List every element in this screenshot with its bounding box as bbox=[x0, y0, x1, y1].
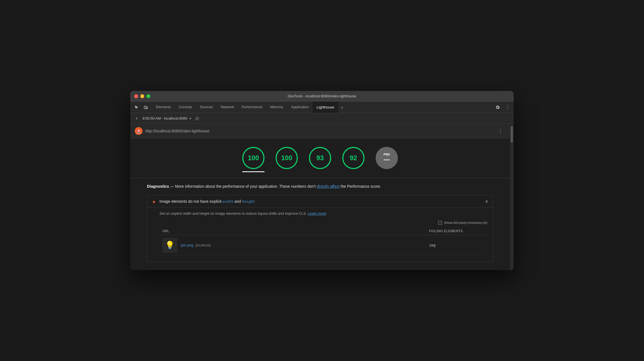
tab-bar-right-icons: ⋮ bbox=[494, 103, 511, 111]
main-area: 🚨 http://localhost:8080/index-lighthouse… bbox=[130, 124, 514, 270]
audit-code-width: width bbox=[223, 199, 233, 204]
failing-element-tag: img bbox=[429, 243, 435, 247]
stop-reload-button[interactable]: ⊘ bbox=[193, 115, 201, 122]
score-seo-circle: 92 bbox=[342, 147, 365, 169]
audit-description: Set an explicit width and height on imag… bbox=[159, 211, 487, 216]
score-seo[interactable]: 92 bbox=[342, 147, 365, 172]
score-pwa-circle: PWA — bbox=[376, 147, 398, 169]
svg-rect-1 bbox=[146, 107, 148, 109]
more-tabs-button[interactable]: » bbox=[338, 105, 346, 110]
score-accessibility-circle: 100 bbox=[276, 147, 298, 169]
content-area: 100 100 93 bbox=[130, 139, 510, 270]
audit-item-body: Set an explicit width and height on imag… bbox=[147, 207, 493, 261]
audit-table: URL Failing Elements 💡 bbox=[159, 228, 487, 256]
diagnostics-title-text: Diagnostics bbox=[147, 184, 169, 189]
tab-lighthouse[interactable]: Lighthouse bbox=[313, 102, 338, 113]
audit-item-title: Image elements do not have explicit widt… bbox=[159, 199, 482, 204]
score-pwa-dash: — bbox=[384, 156, 390, 163]
score-seo-value: 92 bbox=[350, 154, 357, 162]
main-content: 🚨 http://localhost:8080/index-lighthouse… bbox=[130, 124, 510, 270]
close-button[interactable] bbox=[134, 94, 138, 98]
svg-rect-0 bbox=[144, 106, 146, 109]
more-options-icon[interactable]: ⋮ bbox=[504, 103, 511, 111]
third-party-label: Show 3rd-party resources (0) bbox=[444, 221, 487, 225]
audit-item-header[interactable]: ▲ Image elements do not have explicit wi… bbox=[147, 195, 493, 207]
score-active-underline bbox=[242, 171, 264, 172]
table-row: 💡 /pic.png (localhost) img bbox=[159, 235, 487, 256]
scrollbar-track[interactable] bbox=[510, 124, 514, 270]
tab-sources[interactable]: Sources bbox=[196, 102, 217, 113]
resource-url-link[interactable]: /pic.png bbox=[181, 243, 193, 247]
settings-icon[interactable] bbox=[494, 103, 501, 111]
fullscreen-button[interactable] bbox=[146, 94, 150, 98]
title-bar: DevTools - localhost:8080/index-lighthou… bbox=[130, 91, 514, 102]
image-thumbnail: 💡 bbox=[162, 238, 177, 253]
add-tab-button[interactable]: + bbox=[133, 115, 140, 122]
scores-row: 100 100 93 bbox=[130, 139, 510, 178]
table-header-url: URL bbox=[162, 229, 429, 233]
tab-elements[interactable]: Elements bbox=[152, 102, 175, 113]
score-pwa[interactable]: PWA — bbox=[376, 147, 398, 172]
third-party-checkbox[interactable] bbox=[438, 221, 442, 225]
address-timestamp: 8:00:50 AM - localhost:8080 bbox=[143, 116, 187, 120]
device-toggle-icon[interactable] bbox=[142, 103, 150, 111]
tab-memory[interactable]: Memory bbox=[266, 102, 287, 113]
score-best-practices[interactable]: 93 bbox=[309, 147, 331, 172]
audit-item-image-size: ▲ Image elements do not have explicit wi… bbox=[147, 195, 493, 262]
traffic-lights bbox=[134, 94, 150, 98]
lighthouse-more-button[interactable]: ⋮ bbox=[495, 127, 505, 135]
score-best-practices-circle: 93 bbox=[309, 147, 331, 169]
address-bar: + 8:00:50 AM - localhost:8080 ▾ ⊘ bbox=[130, 113, 514, 124]
lighthouse-logo-icon: 🚨 bbox=[135, 127, 143, 135]
lighthouse-url-header: 🚨 http://localhost:8080/index-lighthouse… bbox=[130, 124, 510, 139]
tab-network[interactable]: Network bbox=[217, 102, 238, 113]
tab-console[interactable]: Console bbox=[175, 102, 196, 113]
tab-performance[interactable]: Performance bbox=[238, 102, 266, 113]
third-party-toggle[interactable]: Show 3rd-party resources (0) bbox=[438, 221, 487, 225]
score-accessibility-value: 100 bbox=[281, 154, 292, 162]
table-cell-url: 💡 /pic.png (localhost) bbox=[162, 238, 429, 253]
score-performance-value: 100 bbox=[248, 154, 259, 162]
cursor-icon[interactable] bbox=[133, 103, 140, 111]
directly-affect-link[interactable]: directly affect bbox=[317, 184, 340, 189]
tab-bar: Elements Console Sources Network Perform… bbox=[130, 102, 514, 113]
score-pwa-label: PWA bbox=[384, 153, 390, 156]
table-cell-failing: img bbox=[429, 243, 485, 247]
address-dropdown-arrow[interactable]: ▾ bbox=[189, 117, 191, 120]
lighthouse-url-text: http://localhost:8080/index-lighthouse bbox=[145, 129, 493, 133]
score-performance[interactable]: 100 bbox=[242, 147, 264, 172]
diagnostics-description: Diagnostics — More information about the… bbox=[147, 184, 493, 189]
audit-chevron-icon[interactable]: ∧ bbox=[485, 199, 488, 204]
score-performance-circle: 100 bbox=[242, 147, 264, 169]
table-header-failing: Failing Elements bbox=[429, 229, 485, 233]
score-accessibility[interactable]: 100 bbox=[276, 147, 298, 172]
window-title: DevTools - localhost:8080/index-lighthou… bbox=[288, 94, 356, 98]
scrollbar-thumb[interactable] bbox=[511, 126, 513, 143]
tab-bar-icons bbox=[133, 103, 150, 111]
audit-code-height: height bbox=[242, 199, 255, 204]
minimize-button[interactable] bbox=[140, 94, 144, 98]
tab-application[interactable]: Application bbox=[287, 102, 313, 113]
score-best-practices-value: 93 bbox=[316, 154, 324, 162]
resource-host: (localhost) bbox=[195, 243, 211, 247]
table-header-row: URL Failing Elements bbox=[159, 228, 487, 235]
diagnostics-section: Diagnostics — More information about the… bbox=[130, 178, 510, 270]
tabs-container: Elements Console Sources Network Perform… bbox=[152, 102, 494, 113]
warning-triangle-icon: ▲ bbox=[152, 199, 156, 204]
devtools-window: DevTools - localhost:8080/index-lighthou… bbox=[130, 91, 514, 270]
learn-more-link[interactable]: Learn more bbox=[308, 211, 326, 216]
